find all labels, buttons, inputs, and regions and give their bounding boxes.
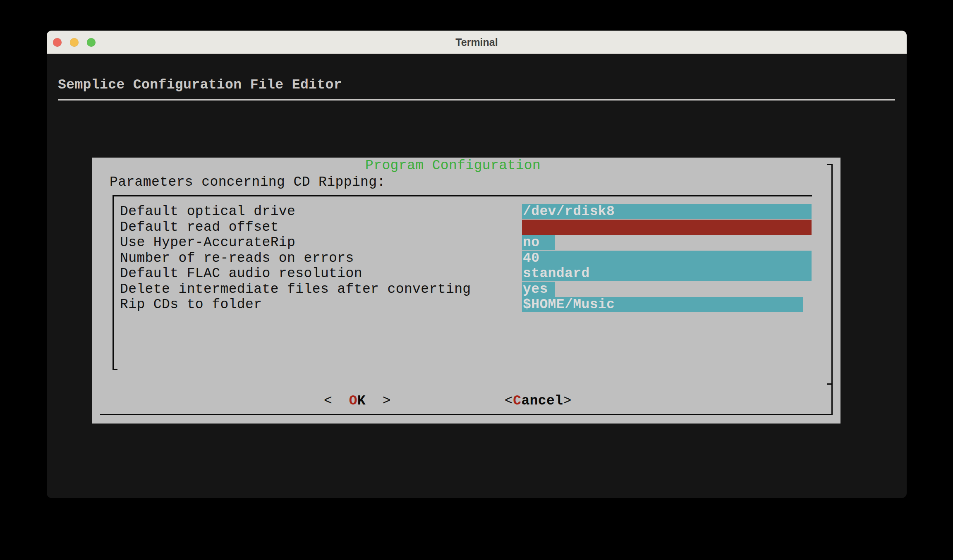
field-input[interactable]: yes: [522, 282, 555, 297]
dialog-separator-tick: [827, 383, 833, 385]
dialog-title: Program Configuration: [365, 158, 541, 174]
field-input[interactable]: [522, 220, 812, 235]
field-label: Use Hyper-AccurateRip: [120, 235, 295, 250]
header-divider: [58, 99, 895, 101]
form-box-corner: [113, 369, 117, 370]
form-row: Rip CDs to folder $HOME/Music: [92, 297, 840, 313]
ok-label: K: [357, 393, 366, 409]
field-input[interactable]: standard: [522, 266, 812, 281]
field-label: Number of re-reads on errors: [120, 251, 354, 266]
terminal-screen: Semplice Configuration File Editor Progr…: [47, 54, 907, 498]
cancel-bracket-open: <: [505, 393, 513, 409]
cancel-hotkey: C: [513, 393, 521, 409]
field-input[interactable]: $HOME/Music: [522, 297, 803, 312]
app-title: Semplice Configuration File Editor: [58, 77, 342, 93]
form-box-top-border: [113, 195, 812, 196]
field-label: Default optical drive: [120, 204, 295, 219]
cancel-label: ancel: [521, 393, 563, 409]
field-input[interactable]: 40: [522, 251, 812, 266]
field-input[interactable]: no: [522, 235, 555, 250]
titlebar[interactable]: Terminal: [47, 31, 907, 54]
form-row: Number of re-reads on errors 40: [92, 251, 840, 266]
form-row: Default FLAC audio resolution standard: [92, 266, 840, 282]
config-dialog: Program Configuration Parameters concern…: [92, 158, 840, 424]
field-label: Default read offset: [120, 220, 279, 235]
dialog-subtitle: Parameters concerning CD Ripping:: [110, 175, 386, 190]
cancel-bracket-close: >: [563, 393, 571, 409]
form-row: Use Hyper-AccurateRip no: [92, 235, 840, 251]
field-label: Default FLAC audio resolution: [120, 266, 362, 281]
form-row: Delete intermediate files after converti…: [92, 282, 840, 297]
desktop-background: Terminal Semplice Configuration File Edi…: [0, 0, 953, 560]
cancel-button[interactable]: <Cancel>: [505, 393, 572, 409]
dialog-border-bottom: [100, 414, 833, 415]
terminal-window: Terminal Semplice Configuration File Edi…: [47, 31, 907, 498]
ok-hotkey: O: [349, 393, 357, 409]
ok-bracket-close: >: [366, 393, 391, 409]
field-input[interactable]: /dev/rdisk8: [522, 204, 812, 219]
form-fields: Default optical drive /dev/rdisk8 Defaul…: [92, 204, 840, 314]
field-label: Rip CDs to folder: [120, 297, 262, 312]
window-title: Terminal: [47, 31, 907, 54]
form-row: Default optical drive /dev/rdisk8: [92, 204, 840, 220]
ok-bracket-open: <: [324, 393, 349, 409]
ok-button[interactable]: < OK >: [324, 393, 391, 409]
form-row: Default read offset: [92, 220, 840, 235]
field-label: Delete intermediate files after converti…: [120, 282, 471, 297]
